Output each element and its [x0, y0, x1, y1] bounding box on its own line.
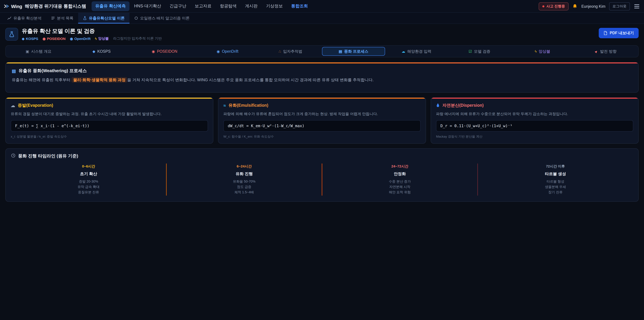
monitor-icon: ▣ [26, 50, 29, 53]
main-content: 유출유 확산 모델 이론 및 검증 ◆KOSPS ◉POSEIDON ◉Open… [0, 28, 644, 201]
formula-footnote: Mackay 경험식 기반 분산율 계산 [436, 134, 633, 139]
timeline-header: 풍화 진행 타임라인 (원유 기준) [11, 153, 633, 159]
section-tab-weathering-process[interactable]: ▤풍화 프로세스 [322, 47, 385, 56]
page-subtitle: 라그랑지안 입자추적 이론 기반 [113, 36, 162, 41]
notification-bell-icon[interactable] [572, 4, 578, 9]
sub-tabbar: 유출유 확산분석 분석 목록 유출유확산모델 이론 오일펜스 배치 알고리즘 이… [0, 13, 644, 24]
section-tab-model-validation[interactable]: ☑모델 검증 [448, 47, 511, 56]
section-tab-future-direction[interactable]: ►발전 방향 [574, 47, 637, 56]
target-icon: ◉ [152, 50, 155, 53]
formula-box: F_e(t) = ∑ x_i·(1 - e^(-k_ei·t)) [11, 120, 208, 131]
page-title-block: 유출유 확산 모델 이론 및 검증 ◆KOSPS ◉POSEIDON ◉Open… [22, 28, 162, 41]
card-evaporation: ☁ 증발(Evaporation) 유류의 경질 성분이 대기로 증발하는 과정… [5, 97, 213, 143]
tab-diffusion-model-theory[interactable]: 유출유확산모델 이론 [78, 13, 129, 24]
logout-button[interactable]: 로그아웃 [609, 2, 630, 10]
card-dispersion: 자연분산(Dispersion) 파랑 에너지에 의해 유류가 수중으로 분산되… [431, 97, 639, 143]
timeline-stage-initial-spread: 0~6시간 초기 확산 증발 20-30% 유막 급속 확대 중질유분 잔류 [11, 163, 166, 195]
cloud-icon: ☁ [11, 103, 15, 108]
bolt-icon: ϟ [535, 50, 537, 53]
weathering-section-header: ▤ 유출유 풍화(Weathering) 프로세스 [12, 68, 632, 74]
wave-icon: ≈ [224, 103, 226, 108]
nav-item-hns-air-dispersion[interactable]: HNS·대기확산 [130, 1, 165, 11]
chart-icon [8, 16, 12, 20]
badge-ensemble: ϟ앙상블 [95, 36, 109, 41]
card-title-row: 자연분산(Dispersion) [436, 103, 633, 108]
card-title-row: ☁ 증발(Evaporation) [11, 103, 208, 108]
formula-box: D_r = 0.11·(U_w+U_c)²·(1+U_w)⁻¹ [436, 120, 633, 131]
main-nav: 유출유 확산예측 HNS·대기확산 긴급구난 보고자료 항공탐색 게시판 기상정… [92, 1, 312, 11]
badge-poseidon: ◉POSEIDON [42, 37, 66, 41]
page-title: 유출유 확산 모델 이론 및 검증 [22, 28, 162, 34]
model-badges: ◆KOSPS ◉POSEIDON ◉OpenDrift ϟ앙상블 라그랑지안 입… [22, 36, 162, 41]
bolt-icon: ϟ [95, 37, 97, 41]
nav-item-board[interactable]: 게시판 [241, 1, 261, 11]
section-tab-strip: ▣시스템 개요 ◆KOSPS ◉POSEIDON ◉OpenDrift ∴입자추… [5, 45, 639, 57]
flask-icon [9, 31, 15, 37]
badge-opendrift: ◉OpenDrift [70, 37, 90, 41]
page-header: 유출유 확산 모델 이론 및 검증 ◆KOSPS ◉POSEIDON ◉Open… [5, 28, 639, 41]
tab-spill-analysis[interactable]: 유출유 확산분석 [3, 13, 46, 24]
clipboard-icon: ▤ [12, 69, 16, 73]
timeline-stage-tarball: 72시간 이후 타르볼 생성 타르볼 형성 생물분해 우세 장기 잔류 [478, 163, 633, 195]
wing-logo-icon [4, 4, 9, 9]
cloud-icon: ☁ [402, 50, 405, 53]
timeline-grid: 0~6시간 초기 확산 증발 20-30% 유막 급속 확대 중질유분 잔류 6… [11, 163, 633, 195]
tab-oil-fence-algorithm-theory[interactable]: 오일펜스 배치 알고리즘 이론 [129, 13, 194, 24]
section-tab-ocean-environment-input[interactable]: ☁해양환경 입력 [385, 47, 448, 56]
menu-icon[interactable] [634, 4, 640, 9]
weathering-section: ▤ 유출유 풍화(Weathering) 프로세스 유출유는 해면에 유출된 직… [5, 62, 639, 93]
card-title: 증발(Evaporation) [18, 103, 53, 108]
globe-icon: ◉ [217, 50, 220, 53]
formula-footnote: W_c: 함수율 / K_em: 유화 속도상수 [224, 134, 420, 139]
section-tab-particle-tracking[interactable]: ∴입자추적법 [259, 47, 322, 56]
diamond-icon: ◆ [22, 37, 24, 41]
timeline-section: 풍화 진행 타임라인 (원유 기준) 0~6시간 초기 확산 증발 20-30%… [5, 148, 639, 201]
brand[interactable]: Wing 해양환경 위기대응 통합시스템 [4, 3, 86, 9]
section-tab-system-overview[interactable]: ▣시스템 개요 [7, 47, 70, 56]
document-icon [604, 31, 608, 35]
process-card-grid: ☁ 증발(Evaporation) 유류의 경질 성분이 대기로 증발하는 과정… [5, 97, 639, 143]
grid-icon: ▤ [338, 50, 342, 53]
nav-item-aerial-search[interactable]: 항공탐색 [216, 1, 240, 11]
nav-item-emergency-rescue[interactable]: 긴급구난 [166, 1, 190, 11]
card-emulsification: ≈ 유화(Emulsification) 파랑에 의해 해수가 유류에 혼입되어… [218, 97, 426, 143]
section-tab-poseidon[interactable]: ◉POSEIDON [133, 47, 196, 56]
card-description: 파랑 에너지에 의해 유류가 수중으로 분산되어 유막 두께가 감소하는 과정입… [436, 111, 633, 117]
diamond-icon: ◆ [92, 50, 95, 53]
clock-icon [11, 153, 16, 158]
card-description: 유류의 경질 성분이 대기로 증발하는 과정. 유출 초기 수시간 내에 가장 … [11, 111, 208, 117]
nav-item-reports[interactable]: 보고자료 [191, 1, 215, 11]
app-root: Wing 해양환경 위기대응 통합시스템 유출유 확산예측 HNS·대기확산 긴… [0, 0, 644, 320]
list-icon [51, 16, 55, 20]
topbar-right: 사고 진행중 Eunjeong Kim 로그아웃 [539, 2, 640, 10]
nav-item-oil-spill-prediction[interactable]: 유출유 확산예측 [92, 1, 130, 11]
incident-status-badge[interactable]: 사고 진행중 [539, 2, 569, 10]
formula-box: dW_c/dt = K_em·U_w²·(1-W_c/W_max) [224, 120, 420, 131]
nav-item-integrated-search[interactable]: 통합조회 [288, 1, 312, 11]
highlight-text: 물리·화학·생물학적 풍화 과정 [72, 77, 127, 83]
section-tab-kosps[interactable]: ◆KOSPS [70, 47, 133, 56]
weathering-description: 유출유는 해면에 유출된 직후부터 물리·화학·생물학적 풍화 과정을 거쳐 지… [12, 77, 632, 83]
tab-analysis-list[interactable]: 분석 목록 [46, 13, 78, 24]
section-tab-opendrift[interactable]: ◉OpenDrift [196, 47, 259, 56]
logo-text: Wing [11, 4, 22, 9]
rocket-icon: ► [594, 49, 599, 54]
particles-icon: ∴ [279, 50, 281, 53]
check-icon: ☑ [468, 50, 472, 53]
top-navbar: Wing 해양환경 위기대응 통합시스템 유출유 확산예측 HNS·대기확산 긴… [0, 0, 644, 13]
nav-item-weather-info[interactable]: 기상정보 [262, 1, 286, 11]
pdf-export-button[interactable]: PDF 내보내기 [599, 28, 639, 38]
section-tab-ensemble[interactable]: ϟ앙상블 [511, 47, 574, 56]
card-description: 파랑에 의해 해수가 유류에 혼입되어 점도가 크게 증가하는 현상. 방제 작… [224, 111, 420, 117]
card-title: 유화(Emulsification) [228, 103, 268, 108]
formula-footnote: x_i: 성분별 몰분율 / k_ei: 증발 속도상수 [11, 134, 208, 139]
target-icon: ◉ [42, 37, 46, 41]
incident-status-dot [542, 5, 544, 7]
user-name: Eunjeong Kim [582, 4, 606, 8]
incident-status-label: 사고 진행중 [546, 4, 565, 9]
timeline-title: 풍화 진행 타임라인 (원유 기준) [18, 153, 78, 159]
timeline-stage-stabilization: 24~72시간 안정화 수중 분산 증가 자연분해 시작 해안 표착 위험 [322, 163, 477, 195]
circle-icon [134, 16, 138, 20]
badge-kosps: ◆KOSPS [22, 37, 38, 41]
droplet-icon [436, 103, 440, 108]
